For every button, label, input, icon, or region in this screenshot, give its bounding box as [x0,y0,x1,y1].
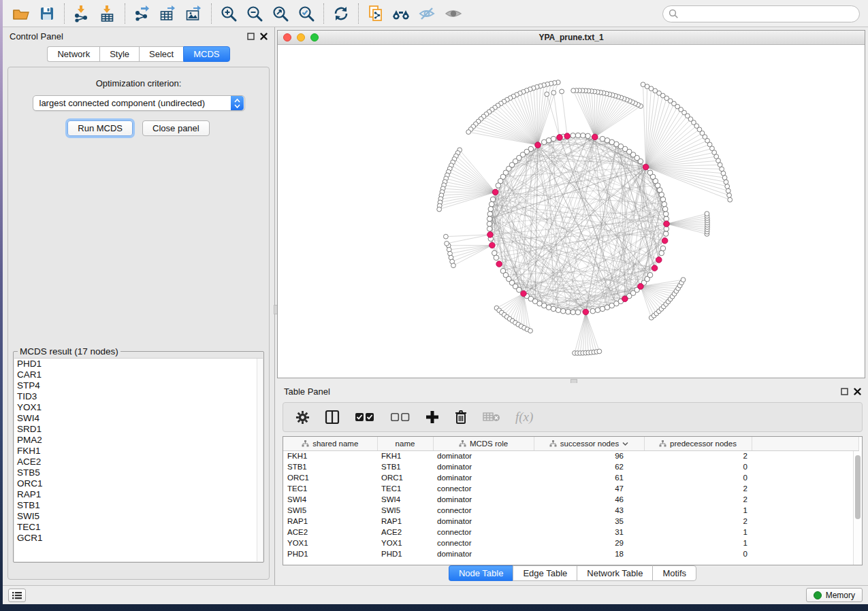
refresh-layout-button[interactable] [328,3,354,24]
tab-mcds[interactable]: MCDS [183,46,229,62]
network-leaf-node[interactable] [545,92,549,97]
float-table-panel-icon[interactable] [841,388,848,395]
network-node[interactable] [487,216,492,222]
export-table-button[interactable] [155,3,181,24]
list-item[interactable]: PHD1 [14,359,263,369]
export-network-button[interactable] [129,3,155,24]
network-node[interactable] [496,183,501,188]
zoom-out-button[interactable] [242,3,268,24]
criterion-dropdown[interactable]: largest connected component (undirected) [33,95,245,111]
tab-select[interactable]: Select [139,46,183,62]
tab-motifs[interactable]: Motifs [652,565,696,581]
list-item[interactable]: ACE2 [14,457,263,467]
network-search-box[interactable] [662,5,860,22]
list-item[interactable]: CAR1 [14,369,263,380]
network-leaf-node[interactable] [571,88,576,93]
network-mcds-node[interactable] [638,284,644,290]
network-node[interactable] [580,133,585,138]
network-node[interactable] [647,272,653,278]
column-header-shared-name[interactable]: shared name [283,437,377,450]
table-row[interactable]: ORC1ORC1dominator610 [283,472,859,483]
network-leaf-node[interactable] [725,184,730,189]
network-node[interactable] [551,306,556,312]
network-leaf-node[interactable] [728,197,733,202]
network-mcds-node[interactable] [662,238,668,244]
network-node[interactable] [662,201,667,207]
network-mcds-node[interactable] [664,221,670,227]
column-header-successor-nodes[interactable]: successor nodes [534,437,644,450]
network-node[interactable] [663,212,669,217]
column-header-predecessor-nodes[interactable]: predecessor nodes [644,437,752,450]
network-node[interactable] [570,133,576,138]
network-mcds-node[interactable] [592,134,598,140]
tab-node-table[interactable]: Node Table [449,565,513,581]
table-row[interactable]: FKH1FKH1dominator962 [283,450,859,461]
network-leaf-node[interactable] [445,241,449,246]
network-leaf-node[interactable] [705,212,709,216]
tab-network[interactable]: Network [47,46,99,62]
add-column-button[interactable] [425,410,439,424]
tab-style[interactable]: Style [99,46,139,62]
network-leaf-node[interactable] [681,278,686,282]
list-item[interactable]: RAP1 [14,489,263,500]
list-item[interactable]: STP4 [14,380,263,391]
gear-button[interactable] [295,410,310,425]
import-table-button[interactable] [95,3,120,24]
network-mcds-node[interactable] [492,189,498,195]
float-panel-icon[interactable] [247,33,255,40]
network-node[interactable] [585,133,591,139]
column-layout-button[interactable] [325,410,340,425]
network-leaf-node[interactable] [451,263,456,268]
table-row[interactable]: RAP1RAP1dominator352 [283,516,859,527]
tab-edge-table[interactable]: Edge Table [513,565,577,581]
column-header-MCDS-role[interactable]: MCDS role [433,437,534,450]
export-image-button[interactable] [181,3,207,24]
network-node[interactable] [660,197,666,202]
search-input[interactable] [679,10,859,19]
network-node[interactable] [494,255,499,261]
network-leaf-node[interactable] [641,82,645,87]
list-item[interactable]: TID3 [14,391,263,402]
network-node[interactable] [600,306,605,312]
network-mcds-node[interactable] [487,232,494,238]
hide-selected-button[interactable] [415,3,440,24]
network-mcds-node[interactable] [652,265,658,271]
open-file-button[interactable] [8,3,34,24]
network-leaf-node[interactable] [722,176,727,180]
network-leaf-node[interactable] [597,349,602,354]
network-mcds-node[interactable] [489,242,496,248]
network-node[interactable] [590,308,596,314]
list-item[interactable]: PMA2 [14,435,263,446]
zoom-in-button[interactable] [216,3,242,24]
table-row[interactable]: TEC1TEC1connector472 [283,483,859,494]
network-node[interactable] [659,250,664,256]
list-item[interactable]: SRD1 [14,424,263,435]
show-columns-button[interactable] [355,412,375,422]
network-node[interactable] [517,287,522,293]
network-node[interactable] [489,201,494,207]
list-item[interactable]: YOX1 [14,402,263,413]
memory-button[interactable]: Memory [806,588,863,602]
network-node[interactable] [600,136,605,142]
hide-columns-button[interactable] [390,412,411,422]
network-leaf-node[interactable] [721,171,726,176]
network-leaf-node[interactable] [724,180,728,184]
network-node[interactable] [575,133,581,138]
table-scrollbar-thumb[interactable] [855,455,861,519]
network-node[interactable] [660,246,666,251]
network-node[interactable] [647,170,653,176]
list-item[interactable]: SWI4 [14,413,263,424]
network-node[interactable] [570,310,576,315]
network-mcds-node[interactable] [496,261,502,267]
close-panel-button[interactable]: Close panel [142,120,210,136]
network-node[interactable] [663,231,669,237]
network-mcds-node[interactable] [643,164,649,170]
network-node[interactable] [662,206,668,212]
list-item[interactable]: STB5 [14,467,263,478]
network-mcds-node[interactable] [557,135,563,141]
network-leaf-node[interactable] [727,193,732,198]
network-node[interactable] [487,221,492,227]
network-node[interactable] [560,308,566,314]
duplicate-network-button[interactable] [363,3,389,24]
network-leaf-node[interactable] [528,329,533,333]
